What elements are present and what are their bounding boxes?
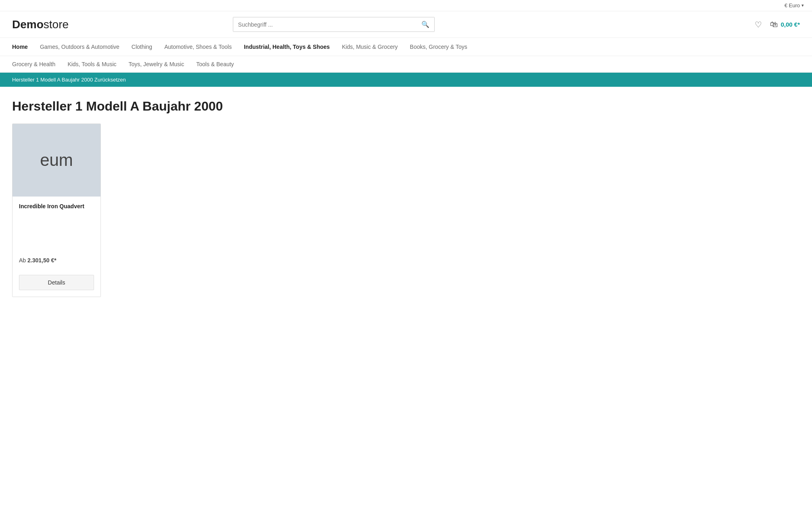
nav-primary: HomeGames, Outdoors & AutomotiveClothing… xyxy=(0,38,812,56)
product-card: eum Incredible Iron Quadvert Ab 2.301,50… xyxy=(12,123,101,297)
search-button[interactable]: 🔍 xyxy=(416,17,434,31)
user-icon[interactable]: ♡ xyxy=(755,20,762,29)
nav-primary-item[interactable]: Books, Grocery & Toys xyxy=(410,38,467,56)
search-bar: 🔍 xyxy=(233,17,435,32)
currency-selector[interactable]: € Euro xyxy=(785,2,804,8)
product-image-text: eum xyxy=(40,151,73,170)
product-info: Incredible Iron Quadvert Ab 2.301,50 €* xyxy=(13,197,100,270)
nav-primary-item[interactable]: Home xyxy=(12,38,28,56)
nav-primary-item[interactable]: Clothing xyxy=(132,38,152,56)
product-grid: eum Incredible Iron Quadvert Ab 2.301,50… xyxy=(12,123,800,297)
nav-primary-item[interactable]: Kids, Music & Grocery xyxy=(342,38,398,56)
logo-bold: Demo xyxy=(12,18,44,31)
nav-primary-item[interactable]: Automotive, Shoes & Tools xyxy=(164,38,232,56)
product-price: Ab 2.301,50 €* xyxy=(19,257,94,264)
cart-icon: 🛍 xyxy=(770,20,778,29)
header: Demostore 🔍 ♡ 🛍 0,00 €* xyxy=(0,11,812,38)
top-bar: € Euro xyxy=(0,0,812,11)
logo-light: store xyxy=(44,18,69,31)
nav-primary-item[interactable]: Industrial, Health, Toys & Shoes xyxy=(244,38,330,56)
logo[interactable]: Demostore xyxy=(12,18,69,31)
cart-price: 0,00 €* xyxy=(781,21,800,28)
nav-secondary-item[interactable]: Kids, Tools & Music xyxy=(67,56,116,72)
header-icons: ♡ 🛍 0,00 €* xyxy=(755,20,800,29)
main-content: Hersteller 1 Modell A Baujahr 2000 eum I… xyxy=(0,87,812,309)
breadcrumb-bar: Hersteller 1 Modell A Baujahr 2000 Zurüc… xyxy=(0,73,812,87)
breadcrumb: Hersteller 1 Modell A Baujahr 2000 Zurüc… xyxy=(12,77,126,83)
product-details-button[interactable]: Details xyxy=(19,275,94,290)
nav-secondary-item[interactable]: Toys, Jewelry & Music xyxy=(129,56,184,72)
search-input[interactable] xyxy=(233,17,416,31)
nav-primary-item[interactable]: Games, Outdoors & Automotive xyxy=(40,38,119,56)
currency-label: € Euro xyxy=(785,2,800,8)
nav-secondary: Grocery & HealthKids, Tools & MusicToys,… xyxy=(0,56,812,73)
page-title: Hersteller 1 Modell A Baujahr 2000 xyxy=(12,99,800,114)
nav-secondary-item[interactable]: Tools & Beauty xyxy=(196,56,234,72)
product-image: eum xyxy=(13,124,100,197)
product-name: Incredible Iron Quadvert xyxy=(19,203,94,209)
nav-secondary-item[interactable]: Grocery & Health xyxy=(12,56,55,72)
cart-button[interactable]: 🛍 0,00 €* xyxy=(770,20,800,29)
